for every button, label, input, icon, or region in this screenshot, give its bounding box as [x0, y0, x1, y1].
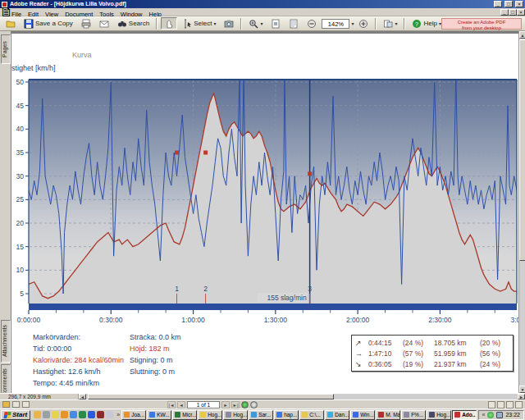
- split-distance-pct: (56 %): [480, 349, 509, 358]
- messenger-tray-icon[interactable]: [487, 412, 494, 418]
- zoom-level-input[interactable]: 142%: [322, 19, 349, 29]
- doc-close-button[interactable]: ×: [517, 9, 525, 16]
- actual-size-button[interactable]: [267, 17, 284, 30]
- page-layout-dropdown-icon[interactable]: ▾: [395, 21, 397, 26]
- word-icon[interactable]: [88, 411, 95, 418]
- scroll-up-icon[interactable]: ▲: [519, 31, 525, 39]
- help-circle-icon: ?: [412, 19, 422, 29]
- stat-line: Markörvärden:: [33, 331, 124, 343]
- zoom-out-button[interactable]: [304, 17, 320, 30]
- excel-icon: [175, 412, 180, 418]
- first-page-button[interactable]: |◄: [167, 401, 176, 409]
- page-layout-button[interactable]: ▾: [380, 17, 400, 30]
- taskbar-button[interactable]: C:\...: [299, 410, 324, 420]
- taskbar-button[interactable]: Sar...: [249, 410, 273, 420]
- svg-text:155 slag/min: 155 slag/min: [267, 294, 306, 302]
- ie-icon[interactable]: [70, 411, 77, 418]
- taskbar-button[interactable]: Dan...: [325, 410, 349, 420]
- taskbar-button[interactable]: Hog...: [198, 410, 222, 420]
- start-button[interactable]: Start: [1, 410, 30, 420]
- notes-icon[interactable]: [106, 411, 113, 418]
- select-dropdown-icon[interactable]: ▾: [213, 21, 216, 26]
- svg-text:1:30:00: 1:30:00: [264, 316, 288, 324]
- excel-icon[interactable]: [79, 411, 86, 418]
- continuous-facing-icon[interactable]: [515, 401, 523, 409]
- page-number-indicator[interactable]: 1 of 1: [187, 401, 220, 409]
- snapshot-button[interactable]: [221, 17, 237, 30]
- tab-attachments[interactable]: Attachments: [1, 320, 11, 363]
- svg-text:2: 2: [203, 285, 208, 293]
- search-button[interactable]: Search: [114, 17, 153, 30]
- taskbar-button[interactable]: F%...: [401, 410, 426, 420]
- doc-minimize-button[interactable]: _: [500, 9, 509, 16]
- single-page-icon[interactable]: [488, 401, 495, 409]
- envelope-icon: [99, 19, 109, 29]
- zoom-level-dropdown-icon[interactable]: ▾: [351, 21, 354, 26]
- horizontal-scroll-track[interactable]: [86, 394, 518, 399]
- help-button[interactable]: ? Help ▾: [409, 17, 444, 30]
- tray-expand-icon[interactable]: «: [482, 412, 486, 418]
- zoom-tool-dropdown-icon[interactable]: ▾: [260, 21, 262, 26]
- previous-page-button[interactable]: ◄: [177, 401, 185, 409]
- print-button[interactable]: [78, 17, 94, 30]
- taskbar-button[interactable]: Ado...: [452, 410, 476, 420]
- taskbar-button[interactable]: hap...: [274, 410, 299, 420]
- svg-text:50: 50: [16, 78, 25, 86]
- taskbar-button[interactable]: M. Mar...: [376, 410, 400, 420]
- zoom-in-button[interactable]: [355, 17, 372, 30]
- vertical-scrollbar[interactable]: ▲ ▼: [518, 31, 525, 393]
- fit-page-button[interactable]: [285, 17, 302, 30]
- document-status-icon[interactable]: [2, 401, 10, 408]
- page-navigation: |◄ ◄ 1 of 1 ► ►|: [167, 401, 258, 409]
- stat-line: Hastighet: 12.6 km/h: [33, 366, 124, 377]
- quick-launch-more-icon[interactable]: »: [116, 412, 120, 418]
- page-mode-icon[interactable]: [12, 401, 20, 408]
- email-button[interactable]: [96, 17, 112, 30]
- stat-line: Stigning: 0 m: [130, 354, 181, 366]
- media-icon[interactable]: [97, 411, 104, 418]
- save-a-copy-button[interactable]: Save a Copy: [21, 17, 76, 30]
- previous-view-button[interactable]: [241, 401, 249, 409]
- app-icon: [124, 412, 130, 418]
- trash-icon[interactable]: [43, 411, 50, 418]
- scroll-left-icon[interactable]: ◄: [79, 394, 86, 399]
- open-button[interactable]: [2, 17, 19, 30]
- tab-pages[interactable]: Pages: [1, 34, 11, 64]
- page-mode-2-icon[interactable]: [22, 401, 30, 408]
- close-button[interactable]: ×: [515, 1, 523, 7]
- scroll-down-icon[interactable]: ▼: [519, 386, 525, 393]
- stat-line: Tempo: 4:45 min/km: [33, 377, 124, 389]
- facing-icon[interactable]: [506, 401, 514, 409]
- horizontal-scroll-thumb[interactable]: [88, 394, 334, 399]
- select-tool-button[interactable]: Select ▾: [179, 17, 219, 30]
- notes-icon: [429, 412, 435, 418]
- stat-line: Höjd: 182 m: [130, 343, 181, 354]
- minimize-button[interactable]: _: [494, 1, 502, 7]
- circled-minus-icon: [307, 19, 317, 29]
- continuous-icon[interactable]: [497, 401, 504, 409]
- taskbar-button[interactable]: Win...: [350, 410, 375, 420]
- agent-icon[interactable]: [61, 411, 68, 418]
- restore-button[interactable]: □: [504, 1, 513, 7]
- display-tray-icon[interactable]: [496, 412, 503, 418]
- folder-icon[interactable]: [34, 411, 41, 418]
- taskbar-button[interactable]: Hog...: [223, 410, 248, 420]
- pdf-page: Kurva stighet [km/h] 5101520253035404550…: [11, 34, 518, 393]
- hand-tool-button[interactable]: [161, 17, 177, 30]
- doc-restore-button[interactable]: □: [509, 9, 517, 16]
- vertical-scroll-thumb[interactable]: [519, 39, 525, 261]
- next-view-button[interactable]: [250, 401, 258, 409]
- magnifier-plus-icon: [249, 19, 258, 29]
- scroll-right-icon[interactable]: ►: [518, 394, 525, 399]
- browser-icon[interactable]: [52, 411, 59, 418]
- svg-text:3: 3: [308, 285, 312, 293]
- taskbar-button[interactable]: KW...: [147, 410, 171, 420]
- create-adobe-pdf-button[interactable]: Create an Adobe PDF from your desktop: [441, 18, 522, 30]
- next-page-button[interactable]: ►: [221, 401, 230, 409]
- msn-icon: [251, 412, 257, 418]
- last-page-button[interactable]: ►|: [231, 401, 240, 409]
- taskbar-button[interactable]: Micr...: [172, 410, 197, 420]
- taskbar-button[interactable]: Hog...: [427, 410, 451, 420]
- taskbar-button[interactable]: Joa...: [121, 410, 146, 420]
- zoom-tool-button[interactable]: ▾: [245, 17, 266, 30]
